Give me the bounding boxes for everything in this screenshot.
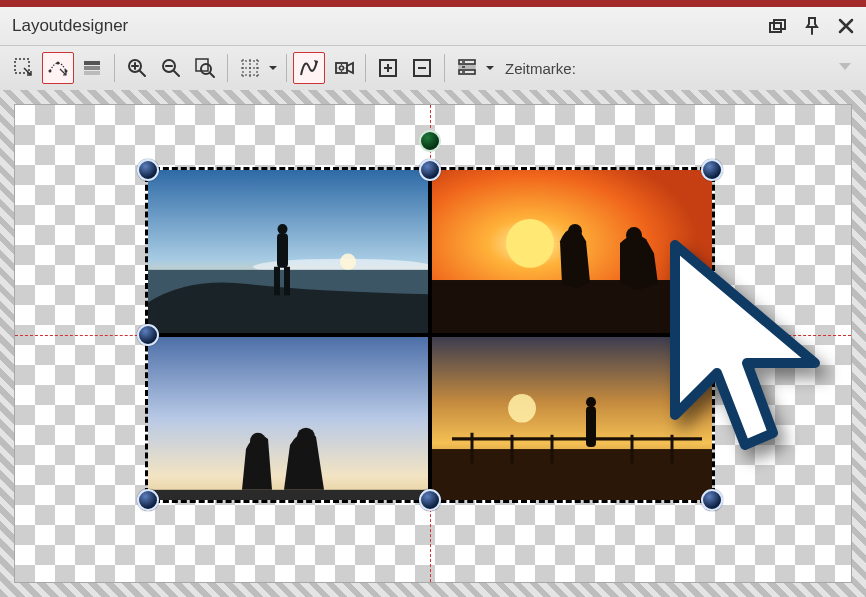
svg-point-31 xyxy=(568,224,582,238)
toolbar-separator xyxy=(365,54,366,82)
tile-1[interactable] xyxy=(148,170,428,333)
svg-point-5 xyxy=(57,62,60,65)
canvas[interactable] xyxy=(14,104,852,583)
toolbar-separator xyxy=(114,54,115,82)
svg-rect-8 xyxy=(84,71,100,75)
svg-rect-1 xyxy=(774,20,785,29)
arrange-layers-button[interactable] xyxy=(451,52,483,84)
resize-handle-se[interactable] xyxy=(701,489,723,511)
svg-rect-17 xyxy=(459,60,475,64)
svg-rect-30 xyxy=(432,280,712,333)
svg-rect-46 xyxy=(586,406,596,447)
resize-handle-n[interactable] xyxy=(419,159,441,181)
pin-icon[interactable] xyxy=(802,16,822,36)
svg-point-29 xyxy=(506,219,554,268)
tile-4[interactable] xyxy=(432,337,712,500)
toolbar-separator xyxy=(227,54,228,82)
svg-point-14 xyxy=(340,66,344,70)
tile-2[interactable] xyxy=(432,170,712,333)
svg-rect-39 xyxy=(432,449,712,500)
svg-rect-6 xyxy=(84,61,100,65)
window-controls xyxy=(768,16,856,36)
svg-rect-24 xyxy=(277,233,288,268)
camera-target-button[interactable] xyxy=(327,52,359,84)
toolbar-separator xyxy=(444,54,445,82)
svg-rect-19 xyxy=(459,70,475,74)
selected-object[interactable] xyxy=(145,167,715,503)
resize-handle-w[interactable] xyxy=(137,324,159,346)
add-layer-button[interactable] xyxy=(372,52,404,84)
svg-rect-34 xyxy=(148,490,428,500)
svg-point-25 xyxy=(278,224,288,234)
layout-designer-window: Layoutdesigner xyxy=(0,0,866,597)
svg-rect-26 xyxy=(274,267,280,296)
zoom-out-button[interactable] xyxy=(155,52,187,84)
svg-point-35 xyxy=(250,433,266,449)
resize-handle-e[interactable] xyxy=(701,324,723,346)
svg-point-3 xyxy=(49,70,52,73)
close-icon[interactable] xyxy=(836,16,856,36)
tile-3[interactable] xyxy=(148,337,428,500)
grid-toggle-button[interactable] xyxy=(234,52,266,84)
image-grid xyxy=(148,170,712,500)
title-bar: Layoutdesigner xyxy=(0,7,866,46)
resize-handle-nw[interactable] xyxy=(137,159,159,181)
resize-handle-sw[interactable] xyxy=(137,489,159,511)
canvas-area xyxy=(0,90,866,597)
svg-rect-0 xyxy=(770,23,781,32)
timecode-label: Zeitmarke: xyxy=(505,60,576,77)
stack-layers-button[interactable] xyxy=(76,52,108,84)
svg-rect-7 xyxy=(84,66,100,70)
menu-dropdown-icon[interactable] xyxy=(838,60,852,75)
svg-point-23 xyxy=(340,254,356,270)
zoom-fit-button[interactable] xyxy=(189,52,221,84)
zoom-in-button[interactable] xyxy=(121,52,153,84)
accent-bar xyxy=(0,0,866,7)
svg-rect-18 xyxy=(459,65,475,69)
svg-rect-27 xyxy=(284,267,290,296)
remove-layer-button[interactable] xyxy=(406,52,438,84)
svg-point-32 xyxy=(626,227,642,243)
svg-point-36 xyxy=(297,428,315,446)
rotation-handle[interactable] xyxy=(419,130,441,152)
window-title: Layoutdesigner xyxy=(12,16,128,36)
selection-marquee-button[interactable] xyxy=(8,52,40,84)
arrange-dropdown-icon[interactable] xyxy=(483,61,497,75)
resize-handle-ne[interactable] xyxy=(701,159,723,181)
toolbar-separator xyxy=(286,54,287,82)
resize-handle-s[interactable] xyxy=(419,489,441,511)
svg-point-38 xyxy=(508,394,536,423)
toolbar: Zeitmarke: xyxy=(0,46,866,91)
node-select-button[interactable] xyxy=(42,52,74,84)
svg-point-47 xyxy=(586,397,596,407)
curve-path-button[interactable] xyxy=(293,52,325,84)
grid-dropdown-icon[interactable] xyxy=(266,61,280,75)
restore-icon[interactable] xyxy=(768,16,788,36)
